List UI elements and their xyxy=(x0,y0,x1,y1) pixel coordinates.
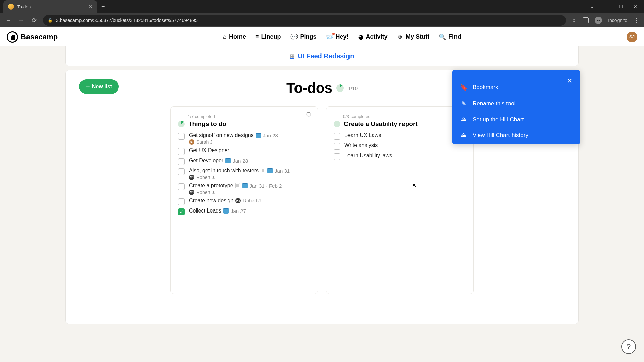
maximize-icon[interactable]: ❐ xyxy=(619,4,623,9)
reload-button[interactable]: ⟳ xyxy=(30,17,38,24)
url-input[interactable]: 🔒 3.basecamp.com/5550377/buckets/3132581… xyxy=(43,15,566,26)
todo-item: Get DeveloperJan 28 xyxy=(178,158,310,165)
todo-item: Learn Usability laws xyxy=(334,153,466,160)
calendar-icon xyxy=(242,183,248,188)
calendar-icon xyxy=(223,208,229,214)
todo-text[interactable]: Get signoff on new designs xyxy=(189,132,254,138)
todo-item: Get UX Designer xyxy=(178,147,310,155)
browser-tab[interactable]: To-dos ✕ xyxy=(3,0,97,13)
todo-text[interactable]: Learn Usability laws xyxy=(344,153,392,159)
nav-activity[interactable]: ◕Activity xyxy=(358,33,388,41)
todo-item: Write analysis xyxy=(334,142,466,150)
list-progress-pie-icon xyxy=(334,121,340,127)
dropdown-hillchart[interactable]: ⛰ Set up the Hill Chart xyxy=(452,112,580,127)
todo-item: Learn UX Laws xyxy=(334,132,466,140)
calendar-icon xyxy=(267,168,273,173)
todo-checkbox[interactable] xyxy=(334,153,340,160)
logo[interactable]: Basecamp xyxy=(7,31,58,43)
todo-text[interactable]: Also, get in touch with testers xyxy=(189,168,259,174)
nav-lineup[interactable]: ≡Lineup xyxy=(255,33,281,41)
dropdown-hillhistory[interactable]: ⛰ View Hill Chart history xyxy=(452,127,580,143)
address-bar: ← → ⟳ 🔒 3.basecamp.com/5550377/buckets/3… xyxy=(0,13,644,27)
incognito-label: Incognito xyxy=(608,18,627,23)
logo-icon xyxy=(7,31,18,43)
nav-find[interactable]: 🔍Find xyxy=(439,33,461,41)
todo-text[interactable]: Create new design xyxy=(189,198,233,204)
close-dropdown-icon[interactable]: ✕ xyxy=(567,77,573,85)
nav-pings[interactable]: 💬Pings xyxy=(290,33,317,41)
todo-checkbox[interactable] xyxy=(178,158,185,165)
minimize-icon[interactable]: — xyxy=(604,4,609,9)
tab-title: To-dos xyxy=(17,4,85,9)
browser-menu-icon[interactable]: ⋮ xyxy=(633,17,639,24)
tab-bar: To-dos ✕ + ⌄ — ❐ ✕ xyxy=(0,0,644,13)
todo-item: Also, get in touch with testersJan 31RJR… xyxy=(178,168,310,180)
project-header: ⊞ UI Feed Redesign xyxy=(65,46,579,66)
calendar-icon xyxy=(256,133,261,138)
favicon xyxy=(8,4,14,10)
tabs-list-icon[interactable]: ⌄ xyxy=(590,4,594,9)
forward-button[interactable]: → xyxy=(17,17,25,24)
todo-checkbox[interactable] xyxy=(178,133,185,140)
project-link[interactable]: ⊞ UI Feed Redesign xyxy=(290,52,354,60)
grid-icon: ⊞ xyxy=(290,53,294,59)
todo-checkbox[interactable] xyxy=(178,148,185,155)
assignee-avatar: RJ xyxy=(189,175,194,180)
list-progress-pie-icon xyxy=(178,121,185,127)
todo-item: Create a prototypeJan 31 - Feb 2RJRobert… xyxy=(178,183,310,195)
rename-icon: ✎ xyxy=(460,100,467,107)
todo-checkbox[interactable] xyxy=(178,183,185,190)
loader-icon xyxy=(306,112,311,117)
todo-list-card: 0/3 completedCreate a Usability reportLe… xyxy=(326,106,474,294)
close-window-icon[interactable]: ✕ xyxy=(633,4,637,9)
back-button[interactable]: ← xyxy=(5,17,12,24)
todo-text[interactable]: Get UX Designer xyxy=(189,147,229,154)
assignee-avatar: SJ xyxy=(189,139,194,145)
top-nav: Basecamp ⌂Home ≡Lineup 💬Pings 📨Hey! ◕Act… xyxy=(0,27,644,46)
main-panel: + New list To-dos 1/10 1/7 completedThin… xyxy=(65,70,579,324)
list-title[interactable]: Create a Usability report xyxy=(344,120,418,128)
activity-icon: ◕ xyxy=(358,33,364,41)
dropdown-bookmark[interactable]: 🔖 Bookmark xyxy=(452,79,580,96)
bookmark-star-icon[interactable]: ☆ xyxy=(571,17,577,24)
user-avatar[interactable]: SJ xyxy=(627,32,637,42)
close-tab-icon[interactable]: ✕ xyxy=(89,4,93,9)
options-dropdown: ✕ 🔖 Bookmark ✎ Rename this tool... ⛰ Set… xyxy=(452,70,580,144)
todo-text[interactable]: Write analysis xyxy=(344,142,378,148)
logo-text: Basecamp xyxy=(21,33,58,41)
todo-checkbox[interactable]: ✓ xyxy=(178,208,185,215)
todo-text[interactable]: Get Developer xyxy=(189,158,223,164)
todo-checkbox[interactable] xyxy=(334,133,340,140)
progress-text: 1/10 xyxy=(348,85,358,91)
due-date: Jan 31 xyxy=(275,168,290,174)
incognito-icon[interactable]: 🕶 xyxy=(595,17,602,24)
todo-checkbox[interactable] xyxy=(334,143,340,150)
calendar-icon xyxy=(225,158,231,163)
todo-text[interactable]: Learn UX Laws xyxy=(344,132,381,138)
assignee-avatar: RJ xyxy=(235,198,241,203)
list-title[interactable]: Things to do xyxy=(188,120,226,128)
nav-home[interactable]: ⌂Home xyxy=(223,33,246,41)
todo-text[interactable]: Create a prototype xyxy=(189,183,233,189)
new-tab-button[interactable]: + xyxy=(101,3,105,10)
project-name: UI Feed Redesign xyxy=(298,52,354,60)
todo-checkbox[interactable] xyxy=(178,168,185,175)
todo-text[interactable]: Collect Leads xyxy=(189,208,221,214)
due-date: Jan 31 - Feb 2 xyxy=(250,183,282,189)
plus-icon: + xyxy=(86,83,90,90)
hillhistory-icon: ⛰ xyxy=(460,132,467,139)
completed-count: 0/3 completed xyxy=(343,114,466,119)
dropdown-rename[interactable]: ✎ Rename this tool... xyxy=(452,96,580,112)
extensions-icon[interactable] xyxy=(583,17,589,23)
new-list-button[interactable]: + New list xyxy=(79,79,119,94)
due-date: Jan 28 xyxy=(263,133,278,138)
nav-mystuff[interactable]: ☺My Stuff xyxy=(397,33,429,41)
assignee-name: Sarah J. xyxy=(196,139,214,145)
due-date: Jan 28 xyxy=(233,158,248,164)
help-button[interactable]: ? xyxy=(621,339,636,354)
assignee-avatar: RJ xyxy=(189,190,194,195)
todo-checkbox[interactable] xyxy=(178,198,185,205)
hillchart-icon: ⛰ xyxy=(460,116,467,123)
pings-icon: 💬 xyxy=(290,33,298,41)
nav-hey[interactable]: 📨Hey! xyxy=(326,33,349,41)
